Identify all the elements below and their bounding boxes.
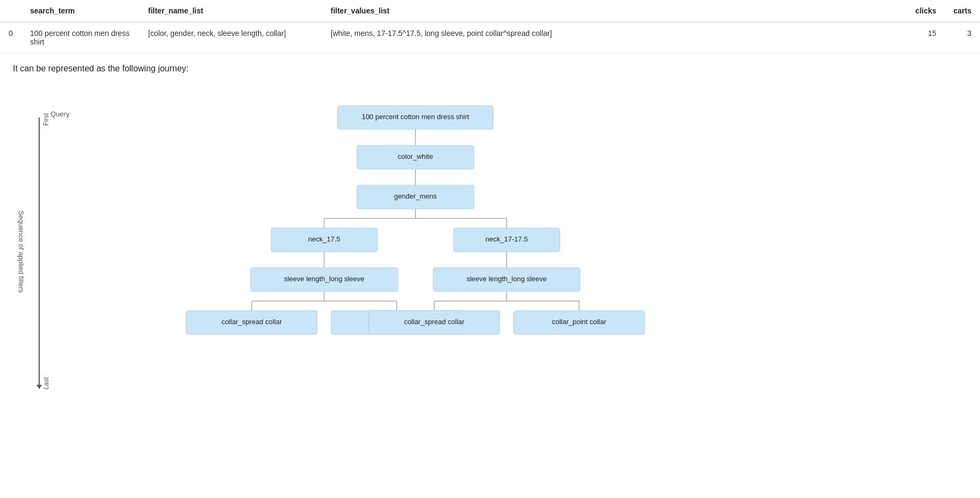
node-neck-175-text: neck_17.5 bbox=[308, 235, 340, 243]
node-neck-1717-text: neck_17-17.5 bbox=[486, 235, 528, 243]
col-header-search-term: search_term bbox=[21, 0, 140, 22]
row-clicks: 15 bbox=[907, 22, 945, 53]
journey-section: It can be represented as the following j… bbox=[0, 53, 980, 424]
col-header-carts: carts bbox=[945, 0, 980, 22]
node-root-text: 100 percent cotton men dress shirt bbox=[362, 113, 470, 121]
y-axis-arrowhead bbox=[36, 385, 42, 389]
data-table: search_term filter_name_list filter_valu… bbox=[0, 0, 980, 53]
node-sleeve-left-text: sleeve length_long sleeve bbox=[284, 275, 364, 283]
query-label: Query bbox=[50, 110, 69, 118]
tree-diagram: 100 percent cotton men dress shirt color… bbox=[83, 90, 931, 412]
row-filter-values-list: [white, mens, 17-17.5^17.5, long sleeve,… bbox=[322, 22, 907, 53]
node-gender-mens-text: gender_mens bbox=[394, 192, 437, 200]
col-header-index bbox=[0, 0, 21, 22]
y-axis-sequence-label: Sequence of applied filters bbox=[17, 210, 25, 292]
node-color-white-text: color_white bbox=[398, 152, 433, 160]
col-header-filter-name: filter_name_list bbox=[140, 0, 322, 22]
node-collar-spread-right-2-text: collar_spread collar bbox=[404, 318, 465, 326]
node-collar-spread-left-text: collar_spread collar bbox=[222, 318, 282, 326]
y-axis-line bbox=[39, 118, 40, 385]
table-row: 0 100 percent cotton men dress shirt [co… bbox=[0, 22, 980, 53]
journey-intro: It can be represented as the following j… bbox=[13, 64, 967, 74]
row-filter-name-list: [color, gender, neck, sleeve length, col… bbox=[140, 22, 322, 53]
y-axis-last-label: Last bbox=[42, 377, 50, 390]
y-axis-first-label: First bbox=[42, 113, 50, 126]
row-carts: 3 bbox=[945, 22, 980, 53]
row-search-term: 100 percent cotton men dress shirt bbox=[21, 22, 140, 53]
row-index: 0 bbox=[0, 22, 21, 53]
y-axis-container: First Last Sequence of applied filters Q… bbox=[13, 90, 77, 413]
col-header-clicks: clicks bbox=[907, 0, 945, 22]
node-sleeve-right-text: sleeve length_long sleeve bbox=[466, 275, 547, 283]
col-header-filter-values: filter_values_list bbox=[322, 0, 907, 22]
node-collar-point-right-text: collar_point collar bbox=[552, 318, 606, 326]
